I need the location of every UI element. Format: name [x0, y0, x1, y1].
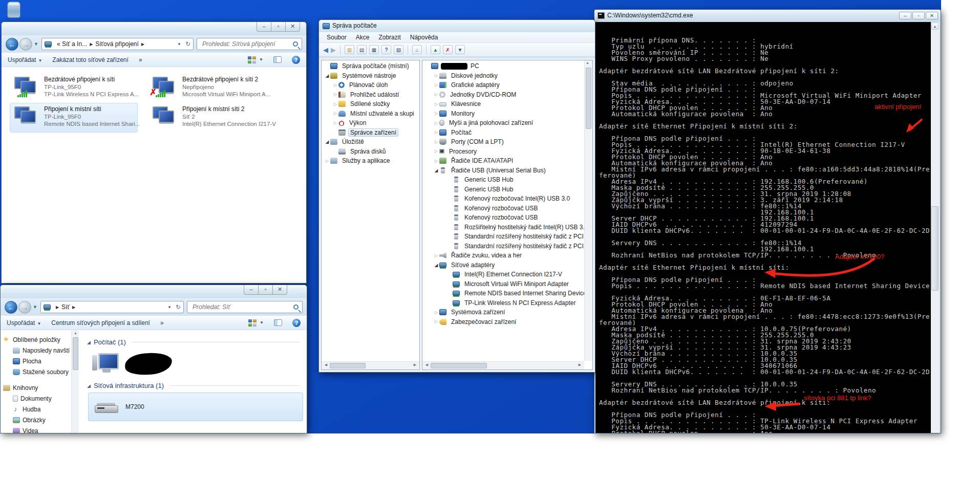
- expander-icon[interactable]: [433, 92, 439, 97]
- device-label[interactable]: Generic USB Hub: [462, 176, 515, 184]
- expander-icon[interactable]: [433, 310, 439, 315]
- tree-item[interactable]: Místní uživatelé a skupi: [322, 109, 419, 119]
- back-button[interactable]: ←: [5, 301, 17, 314]
- expander-icon[interactable]: [324, 159, 330, 163]
- sidebar-item[interactable]: Knihovny: [1, 382, 71, 393]
- maximize-button[interactable]: ▫: [258, 285, 273, 295]
- device-tree-item[interactable]: Standardní rozšířený hostitelský řadič z…: [422, 242, 584, 251]
- nav-history-dropdown-icon[interactable]: ▼: [33, 304, 37, 310]
- tree-item-label[interactable]: Prohlížeč událostí: [348, 91, 401, 99]
- scroll-up-icon[interactable]: ▲: [586, 61, 589, 64]
- menu-item[interactable]: Soubor: [322, 32, 351, 42]
- device-label[interactable]: Kořenový rozbočovač USB: [462, 213, 540, 222]
- device-label[interactable]: Standardní rozšířený hostitelský řadič z…: [462, 242, 584, 250]
- console-tree-icon[interactable]: ▥: [345, 45, 354, 54]
- device-tree-item[interactable]: Myši a jiná polohovací zařízení: [422, 118, 584, 128]
- network-connection-item[interactable]: ✗ Připojení k místní síti TP-Link_95F0 R…: [10, 103, 138, 133]
- device-label[interactable]: Standardní rozšířený hostitelský řadič z…: [462, 232, 584, 241]
- sidebar-scrollbar[interactable]: ▲: [71, 330, 79, 433]
- tree-item-label[interactable]: Výkon: [347, 119, 368, 127]
- device-label[interactable]: Porty (COM a LPT): [449, 138, 506, 146]
- device-label[interactable]: Zabezpečovací zařízení: [449, 318, 518, 326]
- tree-item-label[interactable]: Služby a aplikace: [340, 157, 392, 165]
- device-label[interactable]: Řadiče zvuku, videa a her: [449, 251, 524, 259]
- scroll-left-icon[interactable]: ◀: [423, 363, 430, 367]
- tree-item-label[interactable]: Správa počítače (místní): [340, 62, 411, 70]
- device-tree-item[interactable]: Řadiče IDE ATA/ATAPI: [422, 156, 584, 166]
- device-tree-item[interactable]: Kořenový rozbočovač USB: [422, 213, 584, 223]
- disable-device-button[interactable]: Zakázat toto síťové zařízení: [52, 56, 129, 63]
- tree-item-label[interactable]: Plánovač úloh: [347, 81, 390, 89]
- expander-icon[interactable]: [332, 111, 338, 116]
- help-icon[interactable]: ?: [381, 45, 391, 54]
- refresh-icon[interactable]: ↻: [176, 303, 181, 311]
- sidebar-item[interactable]: Hudba: [1, 404, 71, 415]
- expander-icon[interactable]: [433, 130, 439, 135]
- breadcrumb-current[interactable]: Síťová připojení: [95, 40, 139, 48]
- network-connection-item[interactable]: ✗ Připojení k místní síti 2 Síť 2 Intel(…: [148, 103, 276, 133]
- search-icon[interactable]: [293, 304, 299, 310]
- address-dropdown-icon[interactable]: ▼: [167, 305, 172, 310]
- device-label[interactable]: Počítač: [449, 128, 474, 137]
- sidebar-item[interactable]: Oblíbené položky: [1, 334, 71, 345]
- device-tree-item[interactable]: Grafické adaptéry: [422, 80, 584, 90]
- scroll-right-icon[interactable]: ▶: [412, 363, 418, 367]
- maximize-button[interactable]: ▫: [912, 12, 925, 19]
- forward-button[interactable]: →: [19, 38, 32, 51]
- device-tree-item[interactable]: Síťové adaptéry: [422, 260, 584, 270]
- close-button[interactable]: ✕: [926, 12, 938, 19]
- tree-item[interactable]: Správa disků: [322, 147, 419, 157]
- device-tree-item[interactable]: Generic USB Hub: [422, 185, 584, 194]
- network-connection-item[interactable]: ✗ Bezdrátové připojení k síti 2 Nepřipoj…: [148, 73, 276, 103]
- scrollbar-thumb[interactable]: [931, 206, 939, 291]
- group-header-computer[interactable]: ◢ Počítač (1): [87, 338, 300, 346]
- device-tree-item[interactable]: Jednotky DVD/CD-ROM: [422, 90, 584, 100]
- scrollbar-thumb[interactable]: [431, 363, 487, 368]
- device-label[interactable]: Myši a jiná polohovací zařízení: [447, 119, 535, 127]
- device-tree-item[interactable]: Kořenový rozbočovač USB: [422, 204, 584, 213]
- group-header-infrastructure[interactable]: ◢ Síťová infrastruktura (1): [87, 382, 300, 389]
- breadcrumb[interactable]: « Síť a In... ▶ Síťová připojení ▶ ▼ ↻: [41, 38, 194, 50]
- close-button[interactable]: ✕: [285, 22, 300, 32]
- address-dropdown-icon[interactable]: ▼: [177, 42, 181, 47]
- back-button[interactable]: ←: [6, 38, 18, 51]
- expander-icon[interactable]: [324, 73, 330, 78]
- device-label[interactable]: Procesory: [447, 147, 479, 156]
- scrollbar-thumb[interactable]: [586, 68, 591, 129]
- tree-item[interactable]: Služby a aplikace: [322, 156, 419, 166]
- device-label[interactable]: Grafické adaptéry: [449, 81, 502, 89]
- toolbar-more-button[interactable]: »: [139, 56, 142, 63]
- search-box[interactable]: [197, 38, 302, 50]
- scroll-up-icon[interactable]: ▲: [73, 331, 78, 335]
- search-icon[interactable]: [293, 41, 298, 47]
- menu-item[interactable]: Zobrazit: [374, 32, 405, 42]
- device-label[interactable]: Řadiče USB (Universal Serial Bus): [449, 166, 548, 175]
- sidebar-item[interactable]: Plocha: [1, 356, 71, 366]
- device-label[interactable]: Kořenový rozbočovač USB: [462, 204, 540, 212]
- menu-item[interactable]: Akce: [351, 32, 374, 42]
- expander-icon[interactable]: [433, 159, 439, 163]
- sidebar-item[interactable]: Obrázky: [1, 415, 71, 425]
- device-tree-item[interactable]: Systémová zařízení: [422, 308, 584, 317]
- menu-item[interactable]: Nápověda: [406, 32, 443, 42]
- expander-icon[interactable]: [433, 263, 439, 268]
- device-label[interactable]: Generic USB Hub: [462, 185, 515, 193]
- window-titlebar[interactable]: – ▫ ✕: [2, 22, 306, 35]
- console-scrollbar[interactable]: ▲: [931, 22, 940, 433]
- back-icon[interactable]: ◀: [323, 46, 328, 54]
- tree-item[interactable]: Správa počítače (místní): [322, 61, 419, 71]
- tree-item[interactable]: Správce zařízení: [322, 128, 419, 138]
- preview-pane-button[interactable]: [273, 56, 282, 63]
- expander-icon[interactable]: [433, 111, 439, 116]
- collapse-icon[interactable]: ◢: [87, 383, 91, 388]
- tree-item-label[interactable]: Sdílené složky: [348, 100, 392, 108]
- console-output[interactable]: Primární přípona DNS. . . . . . . : Typ …: [595, 22, 940, 433]
- expander-icon[interactable]: [332, 83, 338, 88]
- preview-pane-button[interactable]: [274, 319, 282, 326]
- collapse-icon[interactable]: ◢: [87, 340, 91, 345]
- help-button[interactable]: ?: [292, 319, 301, 327]
- scan-changes-icon[interactable]: ▼: [455, 45, 465, 54]
- update-driver-icon[interactable]: ▲: [431, 45, 440, 54]
- tree-item-label[interactable]: Místní uživatelé a skupi: [348, 110, 416, 118]
- expander-icon[interactable]: [433, 83, 439, 88]
